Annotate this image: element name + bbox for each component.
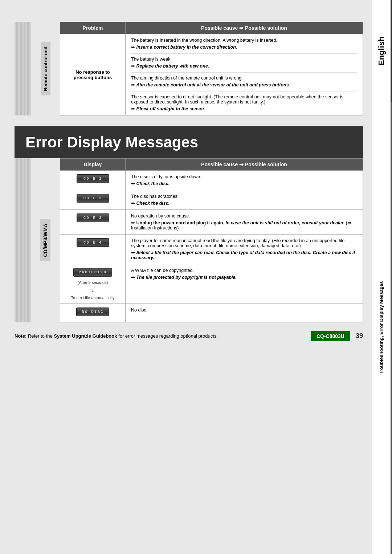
arrow-icon-1: ➡ [131, 45, 136, 50]
solution-text-e3a: Unplug the power cord and plug it again. [136, 220, 224, 225]
cd-label: CD/MP3/WMA [40, 219, 50, 261]
error-section-header: Error Display Messages [15, 126, 363, 158]
solution-text-2: Replace the battery with new one. [136, 64, 209, 69]
cause-text-protected: A WMA file can be copyrighted. [131, 268, 357, 273]
display-cell-e1: CD E 1 [60, 171, 126, 190]
display-header: Display [60, 159, 126, 171]
display-inner-protected: PROTECTED (After 5 seconds) ↓ To next fi… [66, 268, 120, 300]
cd-row-nodisc: NO DISC No disc. [60, 304, 363, 322]
solution-3: ➡ Aim the remote control unit at the sen… [131, 82, 357, 87]
cause-text-3: The aiming direction of the remote contr… [131, 76, 357, 81]
solution-text-4: Block off sunlight to the sensor. [136, 106, 205, 111]
display-inner-e2: CD E 2 [66, 194, 120, 205]
cause-protected: A WMA file can be copyrighted. ➡ The fil… [131, 268, 357, 280]
display-cell-nodisc: NO DISC [60, 304, 126, 322]
problem-cell: No response topressing buttons [60, 34, 126, 115]
cause-e1: The disc is dirty, or is upside down. ➡ … [131, 174, 357, 186]
note-text: Refer to the [28, 333, 54, 339]
remote-striped-panel [15, 22, 31, 115]
cause-text-e1: The disc is dirty, or is upside down. [131, 174, 357, 179]
solution-text-e1: Check the disc. [136, 181, 170, 186]
cause-header-text: Possible cause [201, 25, 238, 31]
english-label: English [372, 0, 392, 102]
solution-text-1: Insert a correct battery in the correct … [136, 45, 237, 50]
page-number: 39 [356, 332, 363, 340]
cd-striped-panel [15, 158, 31, 322]
cause-e2: The disc has scratches. ➡ Check the disc… [131, 194, 357, 206]
cause-nodisc: No disc. [131, 307, 357, 313]
cause-block-1: The battery is inserted in the wrong dir… [131, 38, 357, 50]
solution-2: ➡ Replace the battery with new one. [131, 63, 357, 69]
page-container: English Troubleshooting, Error Display M… [0, 0, 392, 554]
cd-row-protected: PROTECTED (After 5 seconds) ↓ To next fi… [60, 264, 363, 304]
lcd-nodisc: NO DISC [76, 307, 109, 316]
arrow-e3: ➡ [131, 220, 136, 225]
solution-text-protected: The file protected by copyright is not p… [136, 275, 236, 280]
solution-e3: ➡ Unplug the power cord and plug it agai… [131, 220, 357, 231]
cd-section-wrapper: CD/MP3/WMA Display Possible cause ➡ Poss… [31, 158, 363, 322]
remote-section-wrapper: Remote control unit Problem Possible cau… [31, 22, 363, 115]
product-badge: CQ-C8803U [311, 331, 350, 341]
cause-cell-e2: The disc has scratches. ➡ Check the disc… [126, 190, 363, 210]
arrow-e1: ➡ [131, 181, 136, 186]
bottom-bar: Note: Refer to the System Upgrade Guideb… [15, 326, 363, 346]
solution-e1: ➡ Check the disc. [131, 181, 357, 186]
lcd-e2: CD E 2 [77, 194, 109, 203]
header-arrow-icon: ➡ [239, 25, 245, 31]
solution-text-e3b: In case the unit is still out of order, … [225, 220, 344, 225]
arrow-e2: ➡ [131, 201, 136, 206]
solution-e2: ➡ Check the disc. [131, 200, 357, 206]
solution-header-text: Possible solution [245, 25, 287, 31]
solution-text-e4: Select a file that the player can read. … [131, 250, 355, 260]
cause-text-1: The battery is inserted in the wrong dir… [131, 38, 357, 43]
cd-table-wrapper: Display Possible cause ➡ Possible soluti… [60, 158, 363, 322]
solution-e4: ➡ Select a file that the player can read… [131, 250, 357, 260]
cause-text-e3: No operation by some cause. [131, 213, 357, 219]
cause-block-3: The aiming direction of the remote contr… [131, 72, 357, 87]
remote-table-wrapper: Problem Possible cause ➡ Possible soluti… [60, 22, 363, 115]
arrow-protected: ➡ [131, 275, 136, 280]
cd-header-arrow-icon: ➡ [239, 162, 245, 167]
display-inner-nodisc: NO DISC [66, 307, 120, 318]
cause-e4: The player for some reason cannot read t… [131, 238, 357, 260]
display-inner-e3: CD E 3 [66, 213, 120, 224]
cause-block-4: The sensor is exposed to direct sunlight… [131, 91, 357, 111]
remote-control-section: Remote control unit Problem Possible cau… [15, 22, 363, 115]
solution-text-e2: Check the disc. [136, 201, 170, 206]
cd-cause-solution-header: Possible cause ➡ Possible solution [126, 159, 363, 171]
display-cell-e4: CD E 4 [60, 235, 126, 264]
cause-e3: No operation by some cause. ➡ Unplug the… [131, 213, 357, 231]
cd-solution-header-text: Possible solution [245, 162, 287, 167]
solution-protected: ➡ The file protected by copyright is not… [131, 274, 357, 280]
cd-row-e3: CD E 3 No operation by some cause. ➡ Unp… [60, 210, 363, 235]
bottom-note: Note: Refer to the System Upgrade Guideb… [15, 333, 218, 339]
cd-row-e4: CD E 4 The player for some reason cannot… [60, 235, 363, 264]
display-inner-e4: CD E 4 [66, 238, 120, 249]
main-content: Remote control unit Problem Possible cau… [0, 22, 370, 346]
cause-text-nodisc: No disc. [131, 307, 357, 313]
cause-text-e4: The player for some reason cannot read t… [131, 238, 357, 248]
note-bold: System Upgrade Guidebook [54, 333, 117, 339]
cause-cell-e1: The disc is dirty, or is upside down. ➡ … [126, 171, 363, 190]
solution-1: ➡ Insert a correct battery in the correc… [131, 44, 357, 50]
cause-solution-header: Possible cause ➡ Possible solution [126, 22, 363, 34]
remote-label: Remote control unit [41, 42, 50, 95]
right-sidebar: English Troubleshooting, Error Display M… [372, 0, 392, 554]
problem-header: Problem [60, 22, 126, 34]
cd-section: CD/MP3/WMA Display Possible cause ➡ Poss… [15, 158, 363, 322]
after-label: (After 5 seconds) [78, 280, 108, 285]
cd-table: Display Possible cause ➡ Possible soluti… [60, 158, 363, 322]
lcd-e3: CD E 3 [77, 213, 109, 222]
display-cell-e2: CD E 2 [60, 190, 126, 210]
display-cell-e3: CD E 3 [60, 210, 126, 235]
cause-text-2: The battery is weak. [131, 57, 357, 62]
lcd-e1: CD E 1 [77, 174, 109, 183]
cd-cause-header-text: Possible cause [201, 162, 238, 167]
cause-cell-e3: No operation by some cause. ➡ Unplug the… [126, 210, 363, 235]
cause-text-4: The sensor is exposed to direct sunlight… [131, 94, 357, 105]
display-cell-protected: PROTECTED (After 5 seconds) ↓ To next fi… [60, 264, 126, 304]
troubleshooting-label: Troubleshooting, Error Display Messages [372, 102, 392, 554]
solution-text-3: Aim the remote control unit at the senso… [136, 82, 290, 87]
remote-label-container: Remote control unit [31, 22, 60, 115]
page-info: CQ-C8803U 39 [311, 331, 363, 341]
